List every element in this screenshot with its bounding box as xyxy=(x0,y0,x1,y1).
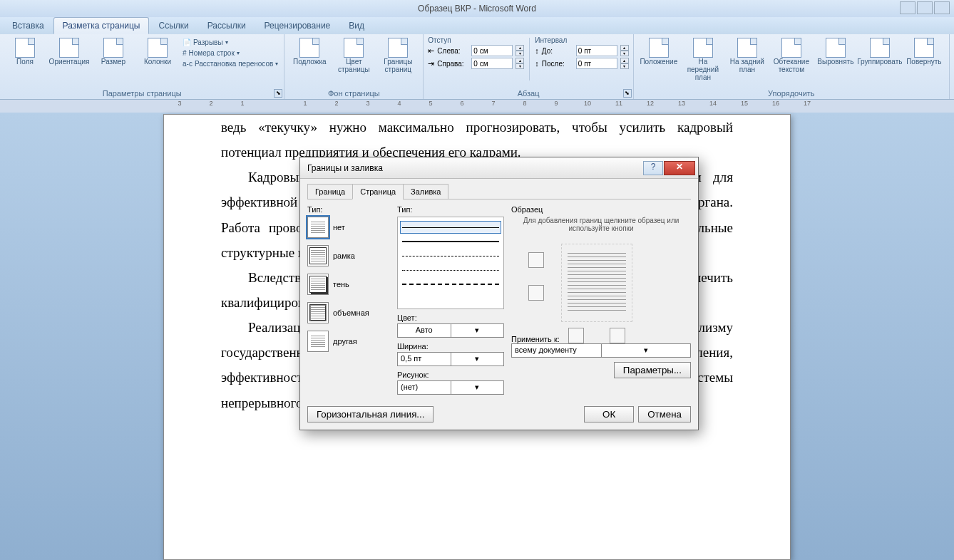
setting-box[interactable]: рамка xyxy=(307,245,390,266)
group-label: Параметры страницы xyxy=(4,88,279,98)
setting-shadow[interactable]: тень xyxy=(307,274,390,295)
ribbon: Поля Ориентация Размер Колонки 📄Разрывы▾… xyxy=(0,34,954,100)
spin-up-icon[interactable]: ▴ xyxy=(620,45,629,51)
setting-none[interactable]: нет xyxy=(307,217,390,238)
spin-down-icon[interactable]: ▾ xyxy=(620,51,629,56)
indent-right-label: Справа: xyxy=(437,60,468,68)
spin-up-icon[interactable]: ▴ xyxy=(620,58,629,63)
width-label: Ширина: xyxy=(397,342,504,351)
app-title: Образец ВКР - Microsoft Word xyxy=(418,4,536,14)
spacing-before-input[interactable] xyxy=(576,45,617,56)
width-combo[interactable]: 0,5 пт▾ xyxy=(397,352,504,366)
setting-label: Тип: xyxy=(307,205,390,214)
orientation-icon xyxy=(59,38,79,58)
page-borders-icon xyxy=(388,38,408,58)
tab-references[interactable]: Ссылки xyxy=(149,17,198,34)
ok-button[interactable]: ОК xyxy=(584,406,634,422)
rotate-icon xyxy=(914,38,934,58)
style-item[interactable] xyxy=(400,249,501,262)
setting-custom[interactable]: другая xyxy=(307,331,390,352)
apply-to-label: Применить к: xyxy=(511,335,560,343)
position-button[interactable]: Положение xyxy=(638,36,679,67)
page-borders-button[interactable]: Границы страниц xyxy=(377,36,419,75)
line-numbers-button[interactable]: #Номера строк▾ xyxy=(181,48,279,58)
style-item[interactable] xyxy=(400,235,501,248)
breaks-button[interactable]: 📄Разрывы▾ xyxy=(181,38,279,47)
setting-custom-icon xyxy=(307,331,329,352)
send-to-back-button[interactable]: На задний план xyxy=(727,36,768,75)
text-wrap-button[interactable]: Обтекание текстом xyxy=(771,36,812,75)
setting-box-icon xyxy=(307,245,329,266)
group-label: Упорядочить xyxy=(638,88,945,98)
indent-left-label: Слева: xyxy=(437,47,468,55)
page-setup-launcher[interactable]: ⬊ xyxy=(274,89,282,98)
style-item[interactable] xyxy=(400,264,501,276)
color-combo[interactable]: Авто▾ xyxy=(397,323,504,338)
border-left-button[interactable] xyxy=(568,328,584,343)
group-paragraph: Отступ ⇤ Слева: ▴▾ ⇥ Справа: ▴▾ Интервал xyxy=(424,34,634,99)
paragraph-launcher[interactable]: ⬊ xyxy=(623,89,632,98)
style-list[interactable] xyxy=(397,217,504,309)
watermark-button[interactable]: Подложка xyxy=(289,36,330,67)
preview-area[interactable] xyxy=(511,239,691,332)
group-label: Фон страницы xyxy=(289,88,419,98)
spin-up-icon[interactable]: ▴ xyxy=(516,58,524,63)
tab-shading[interactable]: Заливка xyxy=(403,184,448,199)
indent-right-input[interactable] xyxy=(471,58,513,69)
align-button[interactable]: Выровнять xyxy=(815,36,856,67)
tab-insert[interactable]: Вставка xyxy=(3,17,53,34)
group-objects-button[interactable]: Группировать xyxy=(859,36,901,67)
style-label: Тип: xyxy=(397,205,504,214)
style-item[interactable] xyxy=(400,221,501,234)
color-label: Цвет: xyxy=(397,313,504,322)
spin-down-icon[interactable]: ▾ xyxy=(620,63,629,69)
columns-button[interactable]: Колонки xyxy=(137,36,178,67)
cancel-button[interactable]: Отмена xyxy=(638,406,691,422)
orientation-button[interactable]: Ориентация xyxy=(48,36,90,67)
art-combo[interactable]: (нет)▾ xyxy=(397,380,504,395)
position-icon xyxy=(649,38,669,58)
options-button[interactable]: Параметры... xyxy=(614,362,691,378)
spin-down-icon[interactable]: ▾ xyxy=(516,63,524,69)
help-icon[interactable]: ? xyxy=(643,161,663,175)
setting-3d-icon xyxy=(307,302,329,323)
tab-page-layout[interactable]: Разметка страницы xyxy=(53,17,150,34)
group-arrange: Положение На передний план На задний пла… xyxy=(634,34,950,99)
apply-to-combo[interactable]: всему документу▾ xyxy=(511,343,691,358)
chevron-down-icon: ▾ xyxy=(601,344,691,357)
close-icon[interactable]: ✕ xyxy=(664,161,695,175)
tab-mailings[interactable]: Рассылки xyxy=(198,17,255,34)
horizontal-line-button[interactable]: Горизонтальная линия... xyxy=(307,406,434,422)
tab-border[interactable]: Граница xyxy=(307,184,353,199)
border-right-button[interactable] xyxy=(610,328,625,343)
tab-page-border[interactable]: Страница xyxy=(352,184,404,199)
indent-left-input[interactable] xyxy=(471,45,513,56)
bring-to-front-button[interactable]: На передний план xyxy=(682,36,724,83)
maximize-icon[interactable] xyxy=(917,1,933,14)
minimize-icon[interactable] xyxy=(900,1,915,14)
margins-button[interactable]: Поля xyxy=(4,36,46,67)
setting-none-icon xyxy=(307,217,329,238)
columns-icon xyxy=(148,38,168,58)
hyphenation-button[interactable]: a-cРасстановка переносов▾ xyxy=(181,59,279,68)
preview-page-icon xyxy=(561,244,632,322)
tab-view[interactable]: Вид xyxy=(339,17,374,34)
page-color-button[interactable]: Цвет страницы xyxy=(333,36,374,75)
style-item[interactable] xyxy=(400,278,501,291)
spacing-after-input[interactable] xyxy=(576,58,617,69)
close-icon[interactable] xyxy=(934,1,950,14)
horizontal-ruler[interactable]: 3211234567891011121314151617 xyxy=(0,100,954,113)
chevron-down-icon: ▾ xyxy=(451,324,504,337)
size-button[interactable]: Размер xyxy=(93,36,134,67)
dialog-titlebar[interactable]: Границы и заливка ? ✕ xyxy=(300,157,698,179)
tab-review[interactable]: Рецензирование xyxy=(255,17,340,34)
spin-down-icon[interactable]: ▾ xyxy=(516,51,524,56)
rotate-button[interactable]: Повернуть xyxy=(903,36,945,67)
group-page-background: Подложка Цвет страницы Границы страниц Ф… xyxy=(284,34,424,99)
border-top-button[interactable] xyxy=(528,252,544,268)
setting-shadow-icon xyxy=(307,274,329,295)
titlebar: Образец ВКР - Microsoft Word xyxy=(0,0,954,17)
spin-up-icon[interactable]: ▴ xyxy=(516,45,524,51)
border-bottom-button[interactable] xyxy=(528,285,544,301)
setting-3d[interactable]: объемная xyxy=(307,302,390,323)
